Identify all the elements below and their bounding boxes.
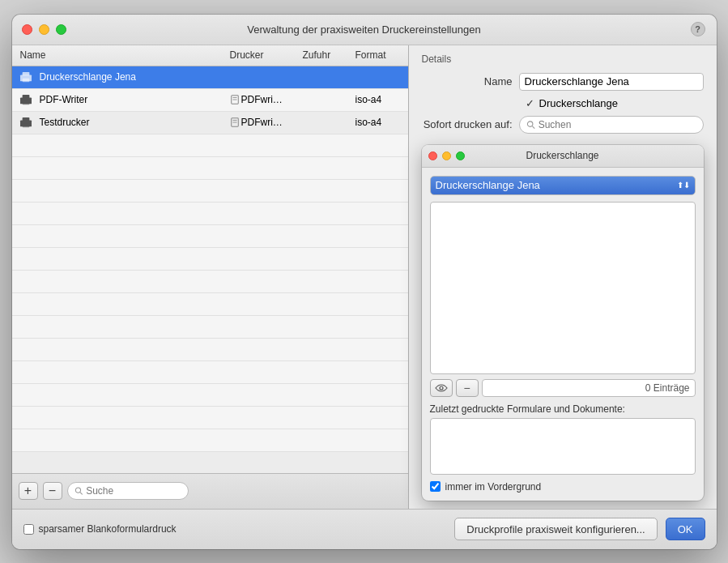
svg-point-17 xyxy=(527,121,532,126)
right-panel: Details Name ✓ Druckerschlange Sofort dr… xyxy=(409,45,717,509)
sub-window-controls xyxy=(428,151,465,160)
eye-icon xyxy=(435,383,448,393)
sub-maximize-button[interactable] xyxy=(456,151,465,160)
bottom-right-btns: Druckprofile praxisweit konfigurieren...… xyxy=(454,518,705,540)
table-row-empty xyxy=(12,429,408,452)
printer-icon xyxy=(19,71,33,83)
name-row: Name xyxy=(422,73,704,91)
window-controls xyxy=(22,24,66,35)
help-button[interactable]: ? xyxy=(691,22,705,36)
bottom-left-check: sparsamer Blankoformulardruck xyxy=(23,523,177,535)
details-title: Details xyxy=(422,53,704,65)
search-box[interactable] xyxy=(67,482,189,500)
table-row-empty xyxy=(12,293,408,316)
minus-button[interactable]: − xyxy=(456,379,479,397)
row-format: iso-a4 xyxy=(355,117,408,128)
checkmark-icon: ✓ xyxy=(526,97,534,109)
dropdown-row: Druckerschlange Jena ⬆⬇ xyxy=(430,176,696,195)
configure-button[interactable]: Druckprofile praxisweit konfigurieren... xyxy=(454,518,657,540)
row-name: PDF-Writer xyxy=(12,94,230,105)
window-bottom: sparsamer Blankoformulardruck Druckprofi… xyxy=(12,509,717,549)
table-row-empty xyxy=(12,271,408,293)
ok-button[interactable]: OK xyxy=(666,518,705,540)
row-drucker: PDFwri… xyxy=(230,117,303,128)
name-input[interactable] xyxy=(519,73,704,91)
vordergrund-checkbox[interactable] xyxy=(430,481,441,492)
remove-printer-button[interactable]: − xyxy=(43,482,62,500)
svg-line-18 xyxy=(532,126,534,128)
vordergrund-row: immer im Vordergrund xyxy=(430,481,696,493)
table-header: Name Drucker Zufuhr Format xyxy=(12,45,408,66)
chevron-down-icon: ⬆⬇ xyxy=(677,181,690,190)
col-header-zufuhr: Zufuhr xyxy=(303,49,355,61)
doc-icon xyxy=(230,95,240,104)
row-name-text: Druckerschlange Jena xyxy=(40,71,136,83)
table-row-empty xyxy=(12,134,408,157)
queue-dropdown[interactable]: Druckerschlange Jena ⬆⬇ xyxy=(430,176,696,195)
druckerschlange-checkbox-row: ✓ Druckerschlange xyxy=(422,97,704,109)
svg-rect-4 xyxy=(22,95,29,98)
left-panel: Name Drucker Zufuhr Format Druckerschlan… xyxy=(12,45,409,509)
svg-rect-11 xyxy=(22,124,29,127)
title-bar: Verwaltung der praxisweiten Druckereinst… xyxy=(12,15,717,45)
main-window: Verwaltung der praxisweiten Druckereinst… xyxy=(12,15,717,549)
table-row[interactable]: Testdrucker PDFwri… iso-a4 xyxy=(12,112,408,134)
table-row-empty xyxy=(12,407,408,429)
sofort-search-box[interactable] xyxy=(519,116,704,134)
main-content: Name Drucker Zufuhr Format Druckerschlan… xyxy=(12,45,717,509)
search-input[interactable] xyxy=(86,485,181,497)
maximize-button[interactable] xyxy=(56,24,66,35)
table-row-empty xyxy=(12,384,408,407)
dropdown-value: Druckerschlange Jena xyxy=(436,179,540,191)
col-header-format: Format xyxy=(355,49,408,61)
sofort-label: Sofort drucken auf: xyxy=(422,118,519,130)
window-bottom-wrap: sparsamer Blankoformulardruck Druckprofi… xyxy=(23,518,705,540)
blanko-label: sparsamer Blankoformulardruck xyxy=(39,523,177,535)
svg-rect-10 xyxy=(22,117,29,121)
search-icon xyxy=(75,486,83,496)
vordergrund-label: immer im Vordergrund xyxy=(445,481,542,493)
svg-point-15 xyxy=(75,488,80,493)
sub-minimize-button[interactable] xyxy=(442,151,451,160)
minimize-button[interactable] xyxy=(39,24,49,35)
svg-point-19 xyxy=(440,386,443,390)
recent-list[interactable] xyxy=(430,418,696,475)
blanko-checkbox[interactable] xyxy=(23,524,34,535)
table-body: Druckerschlange Jena PDF-Writer xyxy=(12,66,408,473)
svg-rect-1 xyxy=(22,72,29,75)
entries-count: 0 Einträge xyxy=(482,379,696,397)
table-row-empty xyxy=(12,339,408,361)
col-header-drucker: Drucker xyxy=(230,49,303,61)
druckerschlange-subwindow: Druckerschlange Druckerschlange Jena ⬆⬇ xyxy=(422,145,704,501)
row-name: Druckerschlange Jena xyxy=(12,71,230,83)
sub-window-title: Druckerschlange xyxy=(526,150,598,161)
table-row-empty xyxy=(12,316,408,339)
table-row[interactable]: PDF-Writer PDFwri… iso-a4 xyxy=(12,89,408,112)
table-row-empty xyxy=(12,203,408,225)
close-button[interactable] xyxy=(22,24,32,35)
sub-close-button[interactable] xyxy=(428,151,437,160)
table-row-empty xyxy=(12,180,408,203)
recent-label: Zuletzt gedruckte Formulare und Dokument… xyxy=(430,403,696,415)
sub-body: Druckerschlange Jena ⬆⬇ xyxy=(422,168,704,501)
name-label: Name xyxy=(422,75,519,87)
sub-title-bar: Druckerschlange xyxy=(422,145,704,168)
queue-controls: − 0 Einträge xyxy=(430,379,696,397)
search-icon xyxy=(526,120,535,130)
row-name-text: PDF-Writer xyxy=(40,94,88,105)
col-header-name: Name xyxy=(12,49,230,61)
table-row-empty xyxy=(12,248,408,271)
window-title: Verwaltung der praxisweiten Druckereinst… xyxy=(247,23,480,36)
row-name-text: Testdrucker xyxy=(40,117,90,128)
queue-list[interactable] xyxy=(430,202,696,374)
svg-rect-5 xyxy=(22,101,29,104)
row-drucker: PDFwri… xyxy=(230,94,303,105)
sofort-row: Sofort drucken auf: xyxy=(422,116,704,134)
eye-button[interactable] xyxy=(430,379,453,397)
table-row[interactable]: Druckerschlange Jena xyxy=(12,66,408,89)
svg-line-16 xyxy=(80,493,83,495)
bottom-bar: + − xyxy=(12,473,408,509)
druckerschlange-label: Druckerschlange xyxy=(539,97,619,109)
add-printer-button[interactable]: + xyxy=(19,482,38,500)
sofort-search-input[interactable] xyxy=(539,119,696,130)
